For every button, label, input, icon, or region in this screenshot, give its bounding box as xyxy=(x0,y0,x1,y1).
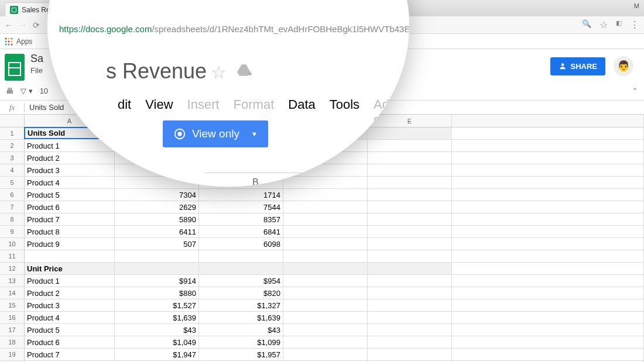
menu-file[interactable]: File xyxy=(30,66,43,75)
cell[interactable]: Product 8 xyxy=(25,226,115,238)
cell[interactable] xyxy=(283,349,368,361)
cell[interactable] xyxy=(452,263,644,275)
cell[interactable]: 507 xyxy=(115,238,199,250)
cell[interactable]: Unit Price xyxy=(25,263,115,275)
cell[interactable]: $954 xyxy=(199,275,283,287)
cell[interactable] xyxy=(368,287,452,299)
cell[interactable]: Product 5 xyxy=(25,189,115,201)
cell[interactable] xyxy=(283,336,368,349)
row-header[interactable]: 4 xyxy=(0,164,25,177)
cell[interactable] xyxy=(115,263,199,275)
fx-content[interactable]: Units Sold xyxy=(25,103,68,112)
profile-indicator[interactable]: M xyxy=(634,2,639,9)
col-header-rest[interactable] xyxy=(452,115,644,127)
cell[interactable] xyxy=(452,238,644,250)
cell[interactable]: 7304 xyxy=(115,189,199,201)
cell[interactable]: Product 9 xyxy=(25,238,115,250)
cell[interactable] xyxy=(368,152,452,164)
cell[interactable] xyxy=(452,213,644,226)
print-icon[interactable]: 🖶 xyxy=(6,87,13,95)
cell[interactable]: Product 4 xyxy=(25,312,115,324)
cell[interactable]: $1,639 xyxy=(115,312,199,324)
cell[interactable] xyxy=(368,324,452,336)
cell[interactable]: 2629 xyxy=(115,201,199,213)
row-header[interactable]: 9 xyxy=(0,226,25,238)
row-header[interactable]: 10 xyxy=(0,238,25,250)
cell[interactable] xyxy=(283,177,368,189)
cell[interactable]: $43 xyxy=(115,324,199,336)
doc-title[interactable]: Sa xyxy=(30,53,43,65)
cell[interactable] xyxy=(452,226,644,238)
row-header[interactable]: 5 xyxy=(0,177,25,189)
col-header-e[interactable]: E xyxy=(368,115,452,127)
cell[interactable]: 7544 xyxy=(199,201,283,213)
cell[interactable] xyxy=(25,250,115,263)
cell[interactable] xyxy=(368,226,452,238)
share-button[interactable]: SHARE xyxy=(550,57,605,75)
row-header[interactable]: 3 xyxy=(0,152,25,164)
cell[interactable] xyxy=(452,189,644,201)
chevron-up-icon[interactable]: ⌃ xyxy=(632,87,638,95)
cell[interactable]: 8357 xyxy=(199,213,283,226)
cell[interactable]: 5890 xyxy=(115,213,199,226)
avatar[interactable]: 👨 xyxy=(614,56,633,76)
view-only-button[interactable]: View only ▼ xyxy=(163,120,268,147)
menu-item[interactable]: Tools xyxy=(330,97,359,127)
cell[interactable] xyxy=(368,201,452,213)
cell[interactable] xyxy=(368,164,452,177)
select-all-corner[interactable] xyxy=(0,115,25,127)
cell[interactable] xyxy=(368,238,452,250)
cell[interactable] xyxy=(283,238,368,250)
cell[interactable]: Product 6 xyxy=(25,336,115,349)
cell[interactable] xyxy=(452,324,644,336)
filter-icon[interactable]: ▽ ▾ xyxy=(20,87,33,95)
cell[interactable]: Product 3 xyxy=(25,164,115,177)
row-header[interactable]: 6 xyxy=(0,189,25,201)
row-header[interactable]: 14 xyxy=(0,287,25,299)
cell[interactable]: 1714 xyxy=(199,189,283,201)
row-header[interactable]: 16 xyxy=(0,312,25,324)
cell[interactable]: $820 xyxy=(199,287,283,299)
cell[interactable]: 6841 xyxy=(199,226,283,238)
row-header[interactable]: 8 xyxy=(0,213,25,226)
cell[interactable]: Product 2 xyxy=(25,152,115,164)
cell[interactable]: 6098 xyxy=(199,238,283,250)
cell[interactable]: Product 6 xyxy=(25,201,115,213)
cell[interactable]: $1,327 xyxy=(199,299,283,312)
cell[interactable] xyxy=(452,312,644,324)
cell[interactable] xyxy=(452,299,644,312)
cell[interactable]: Product 4 xyxy=(25,177,115,189)
cell[interactable] xyxy=(452,250,644,263)
cell[interactable] xyxy=(115,250,199,263)
cell[interactable] xyxy=(283,299,368,312)
cell[interactable] xyxy=(368,299,452,312)
menu-item[interactable]: dit xyxy=(118,97,131,127)
cell[interactable] xyxy=(199,263,283,275)
star-icon[interactable]: ☆ xyxy=(211,62,227,82)
cell[interactable]: $1,957 xyxy=(199,349,283,361)
cell[interactable] xyxy=(283,312,368,324)
forward-icon[interactable]: → xyxy=(19,20,27,30)
cell[interactable] xyxy=(452,152,644,164)
sheets-logo-icon[interactable] xyxy=(5,54,25,81)
row-header[interactable]: 19 xyxy=(0,349,25,361)
cell[interactable]: Product 7 xyxy=(25,349,115,361)
zoom-level[interactable]: 10 xyxy=(40,87,48,95)
cell[interactable] xyxy=(283,201,368,213)
cell[interactable] xyxy=(368,349,452,361)
cell[interactable]: $1,947 xyxy=(115,349,199,361)
cell[interactable] xyxy=(283,287,368,299)
apps-label[interactable]: Apps xyxy=(16,37,32,46)
row-header[interactable]: 17 xyxy=(0,324,25,336)
cell[interactable] xyxy=(452,349,644,361)
row-header[interactable]: 18 xyxy=(0,336,25,349)
cell[interactable] xyxy=(451,127,644,140)
cell[interactable] xyxy=(283,213,368,226)
cell[interactable]: $1,049 xyxy=(115,336,199,349)
row-header[interactable]: 7 xyxy=(0,201,25,213)
cell[interactable]: 6411 xyxy=(115,226,199,238)
cell[interactable] xyxy=(199,250,283,263)
row-header[interactable]: 13 xyxy=(0,275,25,287)
cell[interactable] xyxy=(283,275,368,287)
cell[interactable] xyxy=(368,312,452,324)
